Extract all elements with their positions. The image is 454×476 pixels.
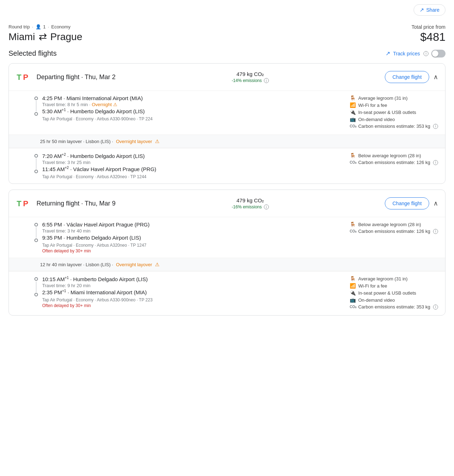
returning-emissions-info-icon[interactable]: i [264,204,269,209]
cabin-class: Economy [51,24,70,29]
return-arrive-time-airport-2: 2:35 PM+1 · Miami International Airport … [42,289,343,295]
return-co2-info-icon-1[interactable]: i [433,229,438,234]
timeline-2 [34,154,38,173]
return-amenity-power-2: 🔌 In-seat power & USB outlets [350,290,438,296]
return-legroom-icon-2: 🪑 [350,276,356,281]
track-prices-label[interactable]: Track prices [393,51,420,56]
returning-change-flight-button[interactable]: Change flight [385,197,429,209]
return-segment-1-details: 6:55 PM · Václav Havel Airport Prague (P… [42,221,343,253]
return-overnight-layover-label: Overnight layover [116,262,152,267]
segment-1-amenities: 🪑 Average legroom (31 in) 📶 Wi-Fi for a … [343,95,438,130]
toggle-knob [432,50,438,57]
return-amenity-wifi-2: 📶 Wi-Fi for a fee [350,283,438,289]
segment-1-details: 4:25 PM · Miami International Airport (M… [42,95,343,121]
departing-change-flight-button[interactable]: Change flight [385,71,429,83]
return-arrive-time-airport-1: 9:35 PM · Humberto Delgado Airport (LIS) [42,234,343,241]
return-segment-2-details: 10:15 AM+1 · Humberto Delgado Airport (L… [42,276,343,308]
airline-info-2: Tap Air Portugal · Economy · Airbus A320… [42,174,343,179]
arrive-time-airport-2: 11:45 AM+2 · Václav Havel Airport Prague… [42,166,343,172]
return-airline-info-2: Tap Air Portugal · Economy · Airbus A330… [42,297,343,302]
arrive-time-airport-1: 5:30 AM+1 · Humberto Delgado Airport (LI… [42,108,343,114]
return-co2-icon-1: CO₂ [350,229,356,233]
co2-icon-1: CO₂ [350,124,356,128]
return-depart-time-airport-1: 6:55 PM · Václav Havel Airport Prague (P… [42,221,343,228]
departing-collapse-icon[interactable]: ∧ [433,73,438,81]
return-timeline-line [36,227,37,238]
return-timeline-dot-arrive-2 [34,293,38,296]
return-segment-2-amenities: 🪑 Average legroom (31 in) 📶 Wi-Fi for a … [343,276,438,311]
co2-info-icon-1[interactable]: i [433,124,438,129]
svg-text:P: P [23,199,28,208]
passenger-count: 1 [43,24,46,29]
route-arrow: ⇄ [39,31,47,43]
departing-segment-2: 7:20 AM+2 · Humberto Delgado Airport (LI… [9,148,445,184]
return-co2-info-icon-2[interactable]: i [433,305,438,310]
return-video-icon-2: 📺 [350,297,356,303]
tap-airline-logo: T P [16,69,32,85]
svg-text:T: T [17,73,22,82]
timeline-dot-arrive [34,112,38,116]
price-section: Total price from $481 [411,24,445,44]
returning-collapse-icon[interactable]: ∧ [433,199,438,207]
timeline-line-2 [36,158,37,169]
legroom-icon-1: 🪑 [350,95,356,101]
video-icon-1: 📺 [350,116,356,122]
return-wifi-icon-2: 📶 [350,283,356,289]
returning-flight-card: T P Returning flight · Thu, Mar 9 479 kg… [9,190,445,316]
return-amenity-co2-2: CO₂ Carbon emissions estimate: 353 kg i [350,304,438,310]
timeline-dot-depart [34,97,38,100]
departing-emissions-info-icon[interactable]: i [264,78,269,83]
overnight-warn-1: ⚠ [113,102,117,107]
return-amenity-video-2: 📺 On-demand video [350,297,438,303]
departing-airline-info: T P Departing flight · Thu, Mar 2 [16,69,116,85]
depart-time-airport-1: 4:25 PM · Miami International Airport (M… [42,95,343,101]
departing-layover-1: 25 hr 50 min layover · Lisbon (LIS) · Ov… [9,135,445,148]
person-icon: 👤 [35,24,41,29]
returning-co2-info: 479 kg CO₂ -16% emissions i [232,197,269,209]
timeline-1 [34,97,38,116]
departing-emissions: -14% emissions [232,78,262,83]
svg-text:T: T [17,199,22,208]
legroom-icon-2: 🪑 [350,153,356,158]
departing-flight-card: T P Departing flight · Thu, Mar 2 479 kg… [9,63,445,184]
returning-flight-actions: Change flight ∧ [385,197,438,209]
return-travel-time-2: Travel time: 9 hr 20 min [42,283,343,288]
return-timeline-dot-depart-2 [34,277,38,281]
segment-2-details: 7:20 AM+2 · Humberto Delgado Airport (LI… [42,153,343,179]
returning-flight-header: T P Returning flight · Thu, Mar 9 479 kg… [9,190,445,217]
returning-emissions: -16% emissions [232,204,262,209]
returning-flight-title: Returning flight · Thu, Mar 9 [37,200,116,207]
origin-city: Miami [9,31,35,43]
return-airline-info-1: Tap Air Portugal · Economy · Airbus A320… [42,243,343,248]
travel-time-2: Travel time: 3 hr 25 min [42,160,343,165]
segment-2-amenities: 🪑 Below average legroom (28 in) CO₂ Carb… [343,153,438,166]
trip-info: Round trip · 👤 1 · Economy Miami ⇄ Pragu… [9,24,82,43]
destination-city: Prague [50,31,82,43]
returning-airline-info: T P Returning flight · Thu, Mar 9 [16,196,116,211]
co2-info-icon-2[interactable]: i [433,160,438,165]
track-prices-info-icon[interactable]: i [423,51,428,56]
return-overnight-layover-warn: ⚠ [155,262,160,267]
track-prices-section: ↗ Track prices i [386,50,445,58]
overnight-layover-label-1: Overnight layover [116,139,152,144]
return-amenity-co2-1: CO₂ Carbon emissions estimate: 126 kg i [350,229,438,234]
track-prices-toggle[interactable] [431,50,445,58]
return-timeline-2 [34,277,38,296]
return-depart-time-airport-2: 10:15 AM+1 · Humberto Delgado Airport (L… [42,276,343,282]
timeline-line [36,101,37,111]
return-legroom-icon-1: 🪑 [350,221,356,227]
track-prices-icon: ↗ [386,50,390,57]
power-icon-1: 🔌 [350,109,356,115]
amenity-legroom-2: 🪑 Below average legroom (28 in) [350,153,438,158]
amenity-co2-1: CO₂ Carbon emissions estimate: 353 kg i [350,124,438,129]
return-amenity-legroom-2: 🪑 Average legroom (31 in) [350,276,438,281]
returning-layover-1: 12 hr 40 min layover · Lisbon (LIS) · Ov… [9,258,445,271]
amenity-power-1: 🔌 In-seat power & USB outlets [350,109,438,115]
amenity-co2-2: CO₂ Carbon emissions estimate: 126 kg i [350,160,438,165]
share-button[interactable]: ↗ Share [414,4,445,16]
share-label: Share [426,7,439,13]
trip-type: Round trip [9,24,30,29]
return-timeline-1 [34,223,38,242]
return-amenity-legroom-1: 🪑 Below average legroom (28 in) [350,221,438,227]
selected-flights-title: Selected flights [9,49,57,58]
